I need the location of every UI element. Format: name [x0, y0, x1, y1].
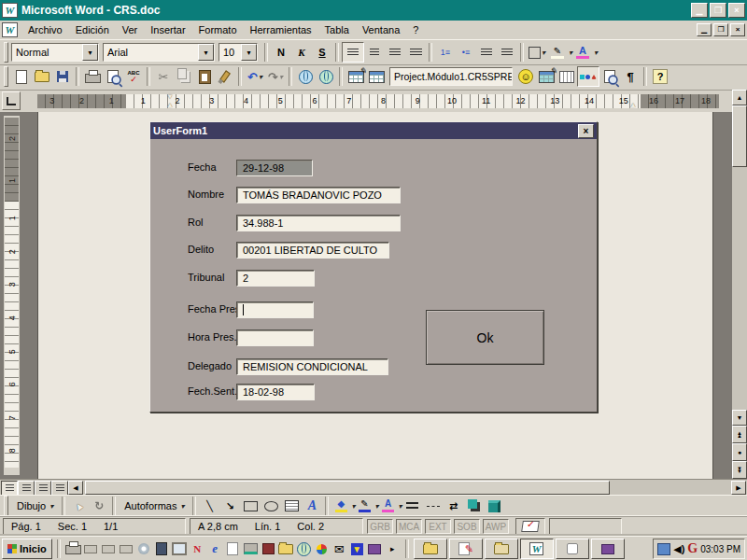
italic-button[interactable]: K: [291, 43, 312, 62]
align-left-button[interactable]: [342, 42, 364, 63]
shortcut-icon[interactable]: [101, 541, 117, 556]
field-textbox[interactable]: 34.988-1: [236, 215, 401, 231]
menu-item[interactable]: Ver: [116, 22, 145, 37]
task-button-word-active[interactable]: W: [520, 539, 554, 559]
notes-icon[interactable]: [225, 541, 241, 556]
toolbar-grip[interactable]: [4, 42, 8, 63]
font-size-combo[interactable]: 10 ▾: [218, 43, 258, 62]
help-button[interactable]: ?: [650, 67, 670, 86]
scroll-right-button[interactable]: ▶: [731, 481, 746, 495]
3d-button[interactable]: [485, 497, 505, 515]
doc-minimize-button[interactable]: ▁: [697, 23, 712, 36]
word-app-icon[interactable]: W: [2, 3, 18, 18]
tab-alignment-selector[interactable]: [2, 91, 21, 110]
undo-button[interactable]: ↶▾: [245, 67, 265, 86]
spelling-status-panel[interactable]: [515, 518, 545, 535]
scrollbar-track[interactable]: [732, 167, 747, 410]
userform-close-button[interactable]: ×: [578, 124, 594, 138]
show-hide-marks-button[interactable]: ¶: [620, 67, 641, 86]
field-textbox[interactable]: [236, 301, 314, 318]
web-toolbar-button[interactable]: [316, 67, 336, 86]
chevron-down-icon[interactable]: ▾: [259, 73, 262, 81]
volume-icon[interactable]: ◀): [673, 544, 684, 554]
insert-hyperlink-button[interactable]: [295, 67, 316, 86]
dialer-icon[interactable]: [261, 541, 276, 556]
document-map-button[interactable]: [599, 67, 620, 86]
open-button[interactable]: [32, 67, 52, 86]
scroll-up-button[interactable]: ▲: [732, 90, 747, 105]
menu-item[interactable]: Ventana: [356, 22, 406, 37]
format-painter-button[interactable]: [215, 67, 235, 86]
close-button[interactable]: ×: [728, 3, 745, 18]
field-textbox[interactable]: [236, 329, 314, 346]
calculator-icon[interactable]: [154, 541, 170, 556]
minimize-button[interactable]: ▁: [691, 3, 708, 18]
borders-button[interactable]: ▾: [527, 43, 547, 62]
rectangle-button[interactable]: [240, 497, 261, 515]
right-indent-marker[interactable]: ▲: [629, 102, 637, 109]
tables-borders-button[interactable]: ✎: [345, 67, 366, 86]
dash-style-button[interactable]: [423, 497, 444, 515]
task-button-mail[interactable]: [485, 539, 518, 559]
internet-explorer-icon[interactable]: e: [207, 541, 223, 556]
fill-color-button[interactable]: ◆: [331, 497, 350, 514]
text-box-button[interactable]: [281, 497, 302, 515]
paste-button[interactable]: [194, 67, 215, 86]
save-button[interactable]: [52, 67, 73, 86]
menu-item[interactable]: Insertar: [144, 22, 191, 37]
toolbar-grip[interactable]: [4, 66, 8, 87]
justify-button[interactable]: [405, 43, 426, 62]
line-style-button[interactable]: [402, 497, 423, 515]
chevron-down-icon[interactable]: ▾: [82, 44, 98, 61]
mode-indicator[interactable]: GRB: [367, 519, 393, 534]
previous-page-button[interactable]: ▲▲: [732, 426, 747, 443]
shadow-button[interactable]: [464, 497, 485, 515]
toolbar-grip[interactable]: [4, 496, 8, 516]
font-combo[interactable]: Arial ▾: [103, 43, 215, 62]
font-color-button[interactable]: A: [572, 43, 593, 62]
chevron-down-icon[interactable]: ▾: [241, 44, 257, 61]
task-button-camera[interactable]: [591, 539, 625, 559]
web-layout-view-button[interactable]: [18, 481, 35, 496]
scheduler-tray-icon[interactable]: [657, 543, 670, 555]
task-button-folder[interactable]: [414, 539, 447, 559]
outline-view-button[interactable]: [51, 481, 68, 496]
print-layout-view-button[interactable]: [35, 481, 51, 496]
drive-icon[interactable]: [243, 541, 259, 556]
menu-item[interactable]: ?: [406, 22, 425, 37]
scrollbar-thumb[interactable]: [85, 481, 610, 495]
wordart-button[interactable]: A: [302, 497, 322, 515]
bold-button[interactable]: N: [271, 43, 291, 62]
mail-icon[interactable]: ✉: [331, 541, 347, 556]
print-button[interactable]: [82, 67, 103, 86]
macro-name-field[interactable]: Project.Módulo1.CR5SPRES: [389, 67, 513, 86]
print-preview-button[interactable]: [103, 67, 123, 86]
menu-item[interactable]: Formato: [192, 22, 244, 37]
field-textbox[interactable]: 2: [236, 270, 315, 287]
drawing-button[interactable]: [577, 66, 599, 87]
arrow-style-button[interactable]: ⇄: [444, 497, 464, 515]
field-textbox[interactable]: TOMÁS BRADANOVIC POZO: [236, 187, 401, 203]
align-right-button[interactable]: [385, 43, 405, 62]
mode-indicator[interactable]: AWP: [483, 519, 509, 534]
vertical-scrollbar[interactable]: ▲ ▼ ▲▲ ● ▼▼: [732, 90, 747, 479]
dibujo-menu-button[interactable]: Dibujo▾: [11, 497, 59, 515]
numbering-button[interactable]: 1≡: [435, 43, 456, 62]
align-center-button[interactable]: [364, 43, 385, 62]
camera-icon[interactable]: [367, 541, 383, 556]
scrollbar-thumb[interactable]: [732, 105, 747, 167]
menu-item[interactable]: Archivo: [21, 22, 69, 37]
font-color-button[interactable]: A: [379, 497, 398, 514]
shortcut-icon[interactable]: [119, 541, 134, 556]
document-icon[interactable]: W: [2, 22, 18, 37]
restore-button[interactable]: ❒: [710, 3, 726, 18]
browse-object-button[interactable]: ●: [732, 443, 747, 461]
menu-item[interactable]: Herramientas: [244, 22, 318, 37]
select-objects-button[interactable]: ▲: [68, 497, 89, 515]
menu-item[interactable]: Tabla: [318, 22, 356, 37]
cd-icon[interactable]: [136, 541, 152, 556]
increase-indent-button[interactable]: [497, 43, 517, 62]
first-line-indent-marker[interactable]: ▼: [166, 93, 174, 101]
chevron-down-icon[interactable]: ▾: [198, 44, 214, 61]
chevron-more-icon[interactable]: ▸: [385, 541, 401, 556]
